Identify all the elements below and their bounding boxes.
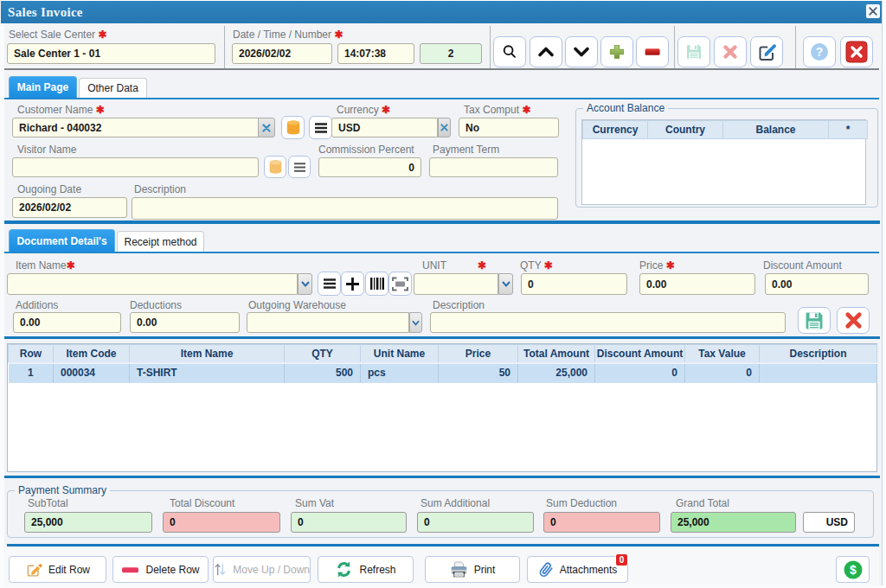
close-icon bbox=[845, 41, 868, 63]
search-button[interactable] bbox=[493, 36, 526, 67]
cell-tax-value: 0 bbox=[685, 363, 760, 383]
required-asterisk: ✱ bbox=[67, 259, 75, 272]
previous-record-button[interactable] bbox=[530, 36, 562, 67]
item-name-dropdown-button[interactable] bbox=[298, 273, 312, 295]
refresh-label: Refresh bbox=[359, 564, 395, 576]
edit-row-button[interactable]: Edit Row bbox=[9, 556, 106, 583]
items-grid: Row Item Code Item Name QTY Unit Name Pr… bbox=[8, 344, 877, 383]
qty-input[interactable]: 0 bbox=[521, 273, 627, 295]
visitor-lookup-button[interactable] bbox=[264, 156, 286, 178]
database-icon bbox=[285, 118, 302, 137]
outgoing-warehouse-combo[interactable] bbox=[247, 312, 409, 333]
ab-col-country: Country bbox=[648, 121, 723, 139]
price-label-text: Price bbox=[639, 259, 663, 272]
move-up-down-label: Move Up / Down bbox=[233, 564, 310, 576]
plus-icon bbox=[608, 43, 626, 61]
additions-input[interactable]: 0.00 bbox=[13, 312, 121, 333]
attachments-count-badge: 0 bbox=[615, 553, 628, 566]
sale-center-input[interactable]: Sale Center 1 - 01 bbox=[7, 43, 215, 64]
close-form-button[interactable] bbox=[840, 36, 873, 67]
tab-receipt-method[interactable]: Receipt method bbox=[117, 231, 204, 252]
date-time-number-label: Date / Time / Number ✱ bbox=[233, 29, 343, 41]
tab-document-details[interactable]: Document Detail's bbox=[9, 229, 115, 252]
currency-settings-button[interactable]: $ bbox=[836, 556, 870, 583]
table-row[interactable]: 1 000034 T-SHIRT 500 pcs 50 25,000 0 0 bbox=[9, 363, 877, 383]
row-cancel-button[interactable] bbox=[837, 307, 870, 334]
customer-clear-button[interactable] bbox=[258, 118, 275, 137]
customer-name-input[interactable]: Richard - 040032 bbox=[12, 118, 259, 137]
print-icon bbox=[450, 561, 468, 578]
help-button[interactable]: ? bbox=[803, 36, 836, 67]
payment-term-label-text: Payment Term bbox=[433, 144, 499, 156]
tab-main-page[interactable]: Main Page bbox=[9, 76, 77, 98]
required-asterisk: ✱ bbox=[98, 29, 106, 41]
payment-term-label: Payment Term bbox=[433, 144, 499, 156]
outgoing-date-input[interactable]: 2026/02/02 bbox=[12, 197, 127, 218]
price-input[interactable]: 0.00 bbox=[639, 273, 755, 295]
date-input[interactable]: 2026/02/02 bbox=[232, 43, 332, 64]
move-up-down-button[interactable]: Move Up / Down bbox=[213, 556, 311, 583]
remove-record-button[interactable] bbox=[636, 36, 669, 67]
total-discount-value: 0 bbox=[163, 512, 280, 533]
col-tax-value: Tax Value bbox=[685, 345, 760, 363]
customer-lookup-button[interactable] bbox=[281, 116, 305, 139]
deductions-input[interactable]: 0.00 bbox=[130, 312, 240, 333]
attachments-button[interactable]: Attachments bbox=[527, 556, 628, 583]
row-save-button[interactable] bbox=[798, 307, 831, 334]
unit-dropdown-button[interactable] bbox=[498, 273, 513, 295]
tab-underline bbox=[4, 252, 879, 253]
customer-menu-button[interactable] bbox=[309, 116, 332, 139]
item-scan-button[interactable] bbox=[388, 272, 412, 296]
cell-item-code: 000034 bbox=[54, 363, 130, 383]
delete-button[interactable] bbox=[714, 36, 747, 67]
section-separator bbox=[4, 336, 880, 339]
item-name-combo[interactable] bbox=[7, 273, 298, 295]
deductions-value-text: 0.00 bbox=[137, 316, 157, 329]
minus-icon bbox=[643, 43, 662, 61]
unit-combo[interactable] bbox=[414, 273, 498, 295]
chevron-down-icon bbox=[572, 43, 591, 61]
item-barcode-button[interactable] bbox=[365, 272, 388, 296]
print-button[interactable]: Print bbox=[425, 556, 520, 583]
item-add-button[interactable] bbox=[341, 272, 364, 296]
edit-row-label: Edit Row bbox=[48, 564, 90, 576]
next-record-button[interactable] bbox=[565, 36, 598, 67]
payment-term-input[interactable] bbox=[429, 157, 558, 177]
window-close-button[interactable] bbox=[866, 4, 880, 18]
commission-percent-input[interactable]: 0 bbox=[318, 157, 421, 177]
sum-additional-label-text: Sum Additional bbox=[421, 497, 490, 509]
number-input[interactable]: 2 bbox=[420, 43, 482, 64]
tax-comput-input[interactable]: No bbox=[459, 118, 559, 137]
dollar-icon: $ bbox=[843, 559, 864, 580]
account-balance-header-row: Currency Country Balance * bbox=[583, 121, 868, 139]
col-item-code: Item Code bbox=[54, 345, 130, 363]
visitor-name-input[interactable] bbox=[12, 157, 259, 177]
col-description: Description bbox=[760, 345, 877, 363]
qty-label: QTY ✱ bbox=[520, 259, 553, 272]
edit-button[interactable] bbox=[750, 36, 783, 67]
item-menu-button[interactable] bbox=[318, 272, 341, 296]
additions-value-text: 0.00 bbox=[20, 316, 40, 329]
date-time-number-time-text: 14:07:38 bbox=[344, 48, 386, 60]
save-button[interactable] bbox=[677, 36, 710, 67]
tab-other-data[interactable]: Other Data bbox=[79, 78, 147, 98]
visitor-menu-button[interactable] bbox=[288, 156, 311, 178]
description-input[interactable] bbox=[132, 197, 558, 220]
add-record-button[interactable] bbox=[600, 36, 633, 67]
currency-clear-button[interactable] bbox=[438, 118, 451, 137]
tax-comput-label-text: Tax Comput bbox=[464, 104, 519, 116]
ab-col-balance: Balance bbox=[723, 121, 829, 139]
row-description-input[interactable] bbox=[430, 312, 786, 333]
refresh-button[interactable]: Refresh bbox=[318, 556, 414, 583]
cell-discount-amount: 0 bbox=[595, 363, 685, 383]
discount-amount-input[interactable]: 0.00 bbox=[765, 273, 869, 295]
qty-value-text: 0 bbox=[528, 278, 534, 291]
tabs-detail-label-text: Receipt method bbox=[124, 236, 196, 248]
delete-row-button[interactable]: Delete Row bbox=[112, 556, 209, 583]
warehouse-dropdown-button[interactable] bbox=[409, 312, 422, 333]
additions-label: Additions bbox=[16, 299, 58, 311]
currency-input[interactable]: USD bbox=[331, 118, 438, 137]
time-input[interactable]: 14:07:38 bbox=[337, 43, 414, 64]
date-time-number-number-text: 2 bbox=[448, 48, 454, 60]
print-label: Print bbox=[474, 564, 496, 576]
